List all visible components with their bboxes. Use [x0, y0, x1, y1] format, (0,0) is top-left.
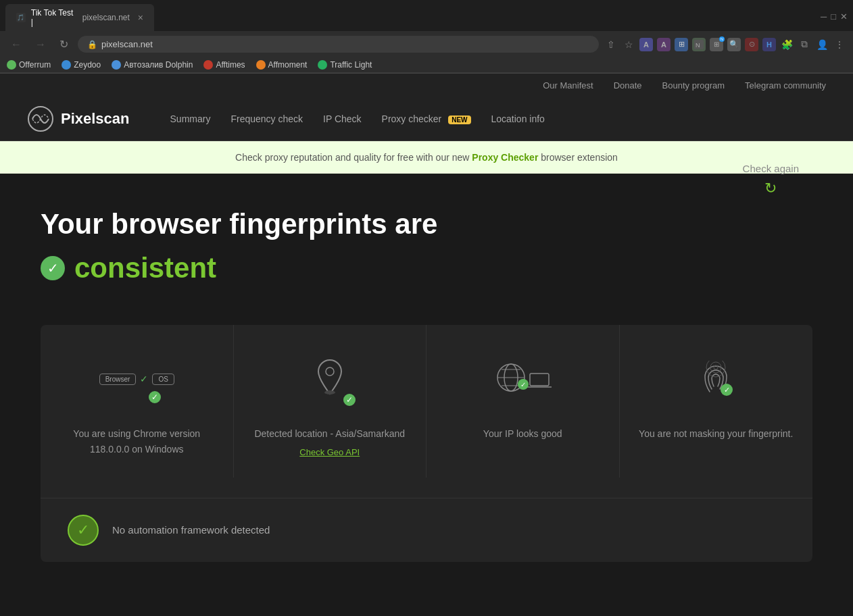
bookmark-afftimes[interactable]: Afftimes	[203, 60, 245, 70]
bookmark-icon-offerrum	[7, 60, 16, 70]
bookmark-icon-traffic-light	[318, 60, 327, 70]
nav-frequency-check[interactable]: Frequency check	[230, 113, 303, 124]
menu-icon[interactable]: ⋮	[833, 38, 846, 51]
bookmark-label-traffic-light: Traffic Light	[330, 60, 372, 70]
back-button[interactable]: ←	[7, 36, 26, 53]
nav-proxy-checker[interactable]: Proxy checker NEW	[382, 113, 471, 124]
address-bar[interactable]: 🔒 pixelscan.net	[78, 36, 599, 53]
fingerprint-svg-icon: ✓	[698, 361, 735, 398]
globe-laptop-icon: ✓	[492, 359, 553, 399]
nav-proxy-badge: NEW	[448, 116, 470, 124]
check-again-button[interactable]: Check again ↻	[729, 153, 812, 207]
bookmark-label-avtosalon: Автозалив Dolphin	[124, 60, 193, 70]
our-manifest-link[interactable]: Our Manifest	[543, 80, 593, 91]
toolbar-icons: ⇧ ☆ A A ⊞ N ⊞ N 🔍 ⊙ H 🧩 ⧉ 👤 ⋮	[604, 38, 846, 51]
location-card-check: ✓	[342, 392, 357, 407]
browser-toolbar: ← → ↻ 🔒 pixelscan.net ⇧ ☆ A A ⊞ N ⊞ N 🔍 …	[0, 31, 853, 57]
bookmarks-bar: Offerrum Zeydoo Автозалив Dolphin Afftim…	[0, 57, 853, 73]
check-geo-api-link[interactable]: Check Geo API	[247, 447, 413, 457]
bookmark-icon[interactable]: ☆	[622, 38, 635, 51]
browser-os-row: Browser ✓ OS	[99, 374, 174, 385]
promo-text: Check proxy reputation and quality for f…	[235, 152, 472, 163]
hero-status: ✓ consistent	[41, 252, 729, 284]
check-again-label: Check again	[743, 163, 799, 174]
automation-check-icon: ✓	[68, 515, 99, 546]
fingerprint-card-icon: ✓	[689, 352, 743, 406]
extension-icon-2[interactable]: A	[657, 38, 671, 51]
nav-summary[interactable]: Summary	[170, 113, 211, 124]
tab-bar: 🎵 Tik Tok Test | pixelscan.net × ─ □ ✕	[0, 0, 853, 31]
extension-icon-3[interactable]: ⊞	[675, 38, 688, 51]
extension-icon-badge[interactable]: ⊞ N	[710, 38, 723, 51]
bookmark-affmoment[interactable]: Affmoment	[256, 60, 308, 70]
automation-section: ✓ No automation framework detected	[41, 498, 812, 562]
browser-card-icon: Browser ✓ OS ✓	[109, 352, 164, 406]
svg-point-15	[710, 362, 721, 373]
automation-text: No automation framework detected	[112, 524, 270, 536]
hero-row: Your browser fingerprints are ✓ consiste…	[41, 207, 812, 284]
site-header-top: Our Manifest Donate Bounty program Teleg…	[0, 74, 853, 97]
tab-favicon: 🎵	[16, 13, 26, 22]
address-bar-site: pixelscan.net	[101, 39, 153, 49]
location-card: ✓ Detected location - Asia/Samarkand Che…	[234, 325, 427, 477]
site-nav: Pixelscan Summary Frequency check IP Che…	[0, 97, 853, 141]
cards-section: Browser ✓ OS ✓ You are using Chrome vers…	[41, 325, 812, 561]
toggle-sidebar-icon[interactable]: ⧉	[798, 38, 811, 51]
nav-ip-check[interactable]: IP Check	[323, 113, 362, 124]
browser-arrow-icon: ✓	[140, 374, 148, 384]
bookmark-label-offerrum: Offerrum	[19, 60, 51, 70]
bounty-program-link[interactable]: Bounty program	[662, 80, 725, 91]
extension-icon-1[interactable]: A	[639, 38, 653, 51]
refresh-button[interactable]: ↻	[55, 35, 72, 53]
cards-grid: Browser ✓ OS ✓ You are using Chrome vers…	[41, 325, 812, 477]
browser-chrome: 🎵 Tik Tok Test | pixelscan.net × ─ □ ✕ ←…	[0, 0, 853, 74]
bookmark-icon-affmoment	[256, 60, 266, 70]
bookmark-icon-afftimes	[203, 60, 213, 70]
active-tab[interactable]: 🎵 Tik Tok Test | pixelscan.net ×	[5, 4, 154, 31]
promo-text-after: browser extension	[541, 152, 618, 163]
browser-card: Browser ✓ OS ✓ You are using Chrome vers…	[41, 325, 234, 477]
extension-icon-6[interactable]: ⊙	[745, 38, 758, 51]
main-content: Your browser fingerprints are ✓ consiste…	[0, 174, 853, 589]
site-wrapper: Our Manifest Donate Bounty program Teleg…	[0, 74, 853, 589]
bookmark-zeydoo[interactable]: Zeydoo	[62, 60, 101, 70]
maximize-button[interactable]: □	[831, 11, 836, 22]
forward-button[interactable]: →	[31, 36, 50, 53]
extension-icon-5[interactable]: 🔍	[727, 38, 741, 51]
nav-proxy-checker-label: Proxy checker	[382, 113, 442, 124]
location-card-icon: ✓	[303, 352, 357, 406]
ip-card: ✓ Your IP looks good	[426, 325, 620, 477]
nav-location-info[interactable]: Location info	[491, 113, 545, 124]
extension-icon-4[interactable]: N	[692, 38, 706, 51]
bookmark-avtosalon[interactable]: Автозалив Dolphin	[112, 60, 193, 70]
window-controls: ─ □ ✕	[821, 11, 848, 24]
tab-url: pixelscan.net	[82, 13, 130, 22]
close-button[interactable]: ✕	[840, 11, 848, 22]
logo[interactable]: Pixelscan	[27, 105, 130, 132]
nav-links: Summary Frequency check IP Check Proxy c…	[170, 113, 545, 124]
donate-link[interactable]: Donate	[614, 80, 642, 91]
bookmark-offerrum[interactable]: Offerrum	[7, 60, 51, 70]
bookmark-traffic-light[interactable]: Traffic Light	[318, 60, 372, 70]
svg-text:✓: ✓	[724, 386, 730, 394]
proxy-checker-link[interactable]: Proxy Checker	[472, 152, 538, 163]
promo-banner: Check proxy reputation and quality for f…	[0, 141, 853, 174]
svg-point-4	[324, 390, 335, 394]
os-box: OS	[152, 374, 174, 385]
ip-card-icon: ✓	[492, 352, 553, 406]
tab-title: Tik Tok Test |	[31, 8, 77, 27]
check-again-refresh-icon: ↻	[743, 180, 799, 197]
share-icon[interactable]: ⇧	[604, 38, 618, 51]
telegram-community-link[interactable]: Telegram community	[745, 80, 826, 91]
extension-icon-8[interactable]: 🧩	[780, 38, 794, 51]
minimize-button[interactable]: ─	[821, 11, 827, 22]
browser-box: Browser	[99, 374, 137, 385]
profile-icon[interactable]: 👤	[815, 38, 829, 51]
bookmark-label-zeydoo: Zeydoo	[74, 60, 101, 70]
logo-text: Pixelscan	[61, 110, 130, 128]
svg-point-3	[326, 367, 334, 376]
hero-title: Your browser fingerprints are	[41, 207, 729, 241]
extension-icon-7[interactable]: H	[762, 38, 776, 51]
status-consistent-text: consistent	[74, 252, 216, 284]
tab-close-button[interactable]: ×	[138, 12, 143, 23]
